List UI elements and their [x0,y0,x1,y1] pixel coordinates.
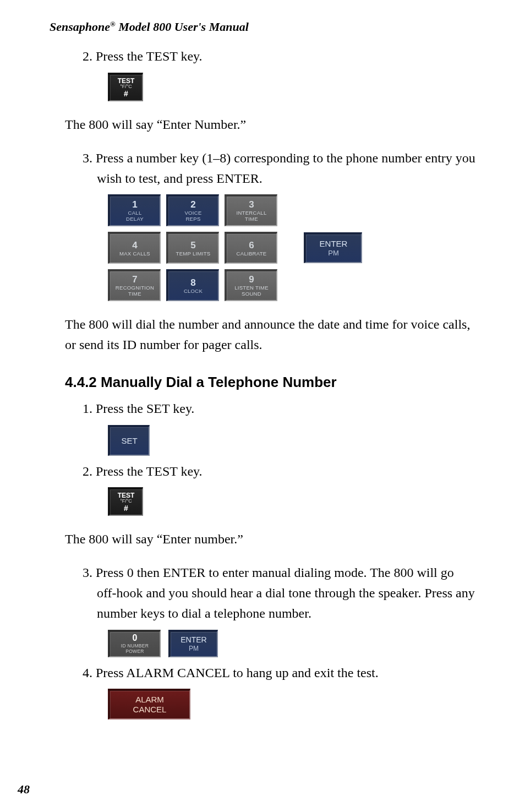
key-sub1: CALL [128,210,142,216]
test-key-icon-2: TEST °F/°C # [108,487,143,516]
keypad-key-1: 1CALLDELAY [108,194,161,226]
sec2-body1: The 800 will say “Enter number.” [65,529,475,549]
section-4-4-2-heading: 4.4.2 Manually Dial a Telephone Number [65,374,475,391]
sec1-body2: The 800 will dial the number and announc… [65,314,475,355]
keypad-key-9: 9LISTEN TIMESOUND [225,269,277,301]
keypad-key-8: 8CLOCK [166,269,219,301]
enter-bot: PM [328,249,339,257]
key-sub2: REPS [185,216,200,222]
key-sub1: CALIBRATE [237,251,267,257]
sec1-step2: 2. Press the TEST key. [83,46,475,67]
key-sub1: RECOGNITION [116,285,154,291]
test-key-l3: # [124,90,128,97]
sec1-body1: The 800 will say “Enter Number.” [65,115,475,135]
sec1-step3: 3. Press a number key (1–8) correspondin… [83,148,475,189]
enter-key-icon: ENTER PM [304,232,362,263]
key-sub2: TIME [245,216,258,222]
key-sub1: LISTEN TIME [234,285,269,291]
page-number: 48 [18,782,30,797]
test-key-icon: TEST °F/°C # [108,73,143,101]
key-num: 8 [190,278,195,288]
key-num: 9 [249,275,254,285]
key-num: 4 [132,241,137,250]
key-sub2: TIME [128,291,141,297]
keypad-key-2: 2VOICEREPS [166,194,219,226]
alarm-l1: ALARM [135,695,164,705]
enter-key-icon-2: ENTER PM [168,630,218,657]
set-key-label: SET [121,437,137,445]
enter2-top: ENTER [181,636,206,644]
key-sub2: DELAY [126,216,144,222]
zero-sub2: POWER [125,649,144,654]
test-key2-l3: # [124,504,128,512]
enter-top: ENTER [320,239,348,248]
keypad-key-7: 7RECOGNITIONTIME [108,269,161,301]
key-num: 3 [249,200,254,210]
key-num: 6 [249,241,254,250]
sec2-step2: 2. Press the TEST key. [83,461,475,482]
keypad-grid: 1CALLDELAY2VOICEREPS3INTERCALLTIME4MAX C… [108,194,277,301]
keypad-key-6: 6CALIBRATE [225,232,277,264]
sec2-step3: 3. Press 0 then ENTER to enter manual di… [83,563,475,624]
key-sub1: VOICE [184,210,201,216]
sec2-step1: 1. Press the SET key. [83,399,475,419]
keypad-block: 1CALLDELAY2VOICEREPS3INTERCALLTIME4MAX C… [108,194,475,301]
key-sub1: CLOCK [184,288,203,294]
zero-sub1: ID NUMBER [121,644,149,648]
enter2-bot: PM [189,645,199,652]
key-sub1: TEMP LIMITS [176,251,211,257]
registered-mark: ® [110,20,116,28]
zero-num: 0 [133,634,138,643]
header-rest: Model 800 User's Manual [116,20,249,34]
keypad-key-4: 4MAX CALLS [108,232,161,264]
alarm-l2: CANCEL [133,705,167,715]
key-sub1: INTERCALL [237,210,267,216]
key-num: 1 [132,200,137,210]
key-sub2: SOUND [242,291,261,297]
brand: Sensaphone [50,20,110,34]
zero-key-icon: 0 ID NUMBER POWER [108,630,161,657]
keypad-key-3: 3INTERCALLTIME [225,194,277,226]
sec2-step4: 4. Press ALARM CANCEL to hang up and exi… [83,663,475,683]
set-key-icon: SET [108,425,150,456]
keypad-key-5: 5TEMP LIMITS [166,232,219,264]
page-header: Sensaphone® Model 800 User's Manual [50,20,475,34]
key-num: 2 [190,200,195,210]
alarm-cancel-key-icon: ALARM CANCEL [108,689,190,720]
key-sub1: MAX CALLS [119,251,150,257]
key-num: 5 [190,241,195,250]
key-num: 7 [132,275,137,285]
